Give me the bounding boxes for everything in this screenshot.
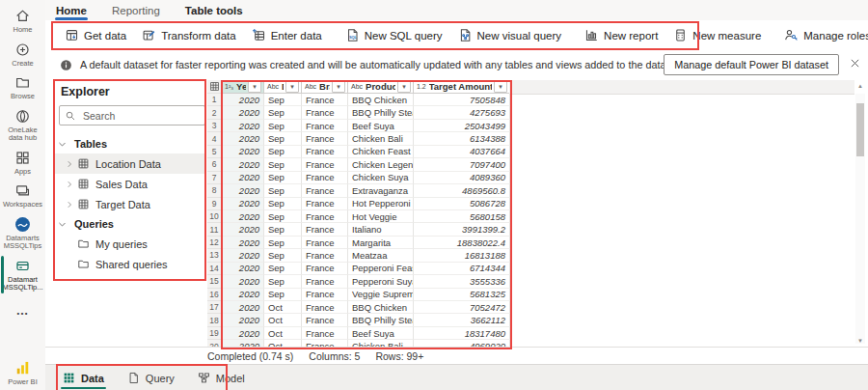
cell-date[interactable]: Sep	[264, 132, 302, 145]
search-input[interactable]	[81, 109, 200, 123]
cell-product[interactable]: Pepperoni Feast	[348, 263, 414, 275]
enter-data-button[interactable]: Enter data	[244, 25, 330, 45]
cell-date[interactable]: Sep	[264, 237, 302, 249]
cell-years[interactable]: 2020	[222, 120, 264, 132]
column-filter-dropdown-icon[interactable]: ▾	[285, 80, 299, 93]
view-tab-model[interactable]: Model	[198, 365, 245, 390]
cell-years[interactable]: 2020	[222, 289, 264, 301]
cell-product[interactable]: Chicken Feast	[348, 146, 414, 158]
new-sql-query-button[interactable]: SQLNew SQL query	[338, 25, 450, 45]
cell-years[interactable]: 2020	[222, 198, 264, 210]
cell-product[interactable]: BBQ Philly Steak	[348, 314, 414, 326]
cell-product[interactable]: Chicken Bali	[348, 132, 414, 145]
row-number[interactable]: 7	[207, 172, 222, 184]
view-tab-query[interactable]: Query	[127, 365, 175, 390]
cell-target-amount[interactable]: 5680158	[414, 210, 510, 223]
column-header-date[interactable]: AbcDate▾	[264, 80, 302, 94]
cell-branch[interactable]: France	[302, 172, 348, 184]
cell-years[interactable]: 2020	[222, 301, 264, 314]
column-header-branch[interactable]: AbcBranch▾	[302, 80, 348, 94]
cell-branch[interactable]: France	[302, 249, 348, 262]
cell-years[interactable]: 2020	[222, 340, 264, 347]
tree-item-sales-data[interactable]: Sales Data	[53, 174, 204, 194]
cell-product[interactable]: BBQ Chicken	[348, 94, 414, 106]
cell-date[interactable]: Oct	[264, 301, 302, 314]
tree-item-target-data[interactable]: Target Data	[53, 194, 204, 214]
cell-target-amount[interactable]: 18838022.4	[414, 237, 510, 249]
cell-target-amount[interactable]: 4969020	[414, 340, 510, 347]
cell-years[interactable]: 2020	[222, 237, 264, 249]
cell-date[interactable]: Sep	[264, 146, 302, 158]
nav-item-create[interactable]: Create	[0, 42, 45, 69]
row-number[interactable]: 1	[207, 94, 222, 106]
cell-years[interactable]: 2020	[222, 223, 264, 236]
row-number[interactable]: 11	[207, 223, 222, 236]
row-number[interactable]: 2	[207, 106, 222, 119]
cell-product[interactable]: Hot Pepperoni Feast	[348, 198, 414, 210]
cell-target-amount[interactable]: 3555336	[414, 275, 510, 288]
cell-years[interactable]: 2020	[222, 184, 264, 197]
cell-date[interactable]: Sep	[264, 289, 302, 301]
cell-target-amount[interactable]: 7505848	[414, 94, 510, 106]
cell-product[interactable]: Pepperoni Suya	[348, 275, 414, 288]
cell-target-amount[interactable]: 25043499	[414, 120, 510, 132]
row-number[interactable]: 5	[207, 146, 222, 158]
cell-years[interactable]: 2020	[222, 172, 264, 184]
new-report-button[interactable]: New report	[577, 25, 665, 45]
cell-date[interactable]: Sep	[264, 172, 302, 184]
row-number[interactable]: 4	[207, 132, 222, 145]
cell-date[interactable]: Sep	[264, 94, 302, 106]
cell-years[interactable]: 2020	[222, 249, 264, 262]
banner-close-icon[interactable]	[849, 57, 861, 70]
cell-branch[interactable]: France	[302, 289, 348, 301]
row-number[interactable]: 9	[207, 198, 222, 210]
row-number[interactable]: 13	[207, 249, 222, 262]
column-filter-dropdown-icon[interactable]: ▾	[494, 80, 507, 93]
cell-years[interactable]: 2020	[222, 132, 264, 145]
cell-product[interactable]: Italiano	[348, 223, 414, 236]
row-number[interactable]: 10	[207, 210, 222, 223]
cell-product[interactable]: Margarita	[348, 237, 414, 249]
cell-branch[interactable]: France	[302, 146, 348, 158]
cell-branch[interactable]: France	[302, 106, 348, 119]
row-number[interactable]: 3	[207, 120, 222, 132]
cell-date[interactable]: Sep	[264, 275, 302, 288]
transform-data-button[interactable]: Transform data	[134, 25, 244, 45]
tree-item-shared-queries[interactable]: Shared queries	[53, 254, 204, 274]
scroll-down-icon[interactable]: ▼	[855, 337, 865, 346]
cell-target-amount[interactable]: 6134388	[414, 132, 510, 145]
row-number[interactable]: 17	[207, 301, 222, 314]
nav-more-button[interactable]: …	[16, 303, 30, 318]
column-filter-dropdown-icon[interactable]: ▾	[397, 80, 411, 93]
cell-product[interactable]: Chicken Bali	[348, 340, 414, 347]
cell-branch[interactable]: France	[302, 94, 348, 106]
row-number[interactable]: 14	[207, 263, 222, 275]
cell-target-amount[interactable]: 16813188	[414, 249, 510, 262]
column-filter-dropdown-icon[interactable]: ▾	[248, 80, 261, 93]
new-measure-button[interactable]: New measure	[665, 25, 769, 45]
cell-date[interactable]: Sep	[264, 198, 302, 210]
explorer-search-box[interactable]	[59, 105, 205, 125]
cell-branch[interactable]: France	[302, 198, 348, 210]
cell-product[interactable]: Beef Suya	[348, 327, 414, 340]
cell-branch[interactable]: France	[302, 301, 348, 314]
tree-item-my-queries[interactable]: My queries	[53, 234, 204, 254]
cell-date[interactable]: Oct	[264, 314, 302, 326]
manage-default-dataset-button[interactable]: Manage default Power BI dataset	[664, 54, 839, 75]
row-number[interactable]: 8	[207, 184, 222, 197]
column-header-target-amount[interactable]: 1.2Target Amount▾	[414, 80, 510, 94]
row-number[interactable]: 6	[207, 158, 222, 171]
new-visual-query-button[interactable]: New visual query	[450, 25, 570, 45]
row-number[interactable]: 15	[207, 275, 222, 288]
tree-section-tables[interactable]: Tables	[53, 134, 204, 153]
cell-years[interactable]: 2020	[222, 146, 264, 158]
cell-product[interactable]: Beef Suya	[348, 120, 414, 132]
cell-branch[interactable]: France	[302, 263, 348, 275]
cell-target-amount[interactable]: 5681325	[414, 289, 510, 301]
cell-target-amount[interactable]: 3991399.2	[414, 223, 510, 236]
cell-date[interactable]: Oct	[264, 327, 302, 340]
cell-branch[interactable]: France	[302, 158, 348, 171]
row-number[interactable]: 16	[207, 289, 222, 301]
row-number[interactable]: 18	[207, 314, 222, 326]
cell-years[interactable]: 2020	[222, 94, 264, 106]
